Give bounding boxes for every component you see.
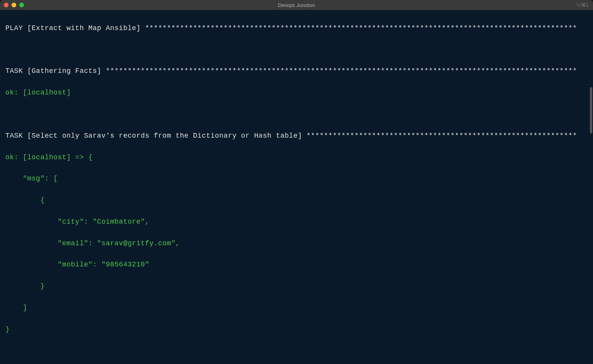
task-sarav-line: } — [5, 281, 588, 292]
task-gathering-header: TASK [Gathering Facts] *****************… — [5, 66, 588, 77]
titlebar[interactable]: Devops Junction ⌥⌘1 — [0, 0, 593, 10]
task-sarav-line: "mobile": "985643210" — [5, 260, 588, 270]
task-gathering-status: ok: [localhost] — [5, 88, 588, 98]
scrollbar[interactable] — [590, 87, 592, 133]
task-sarav-line: "email": "sarav@gritfy.com", — [5, 238, 588, 249]
minimize-button[interactable] — [12, 3, 16, 7]
close-button[interactable] — [4, 3, 8, 7]
task-sarav-line: ok: [localhost] => { — [5, 152, 588, 163]
task-sarav-line: "city": "Coimbatore", — [5, 217, 588, 228]
play-header: PLAY [Extract with Map Ansible] ********… — [5, 23, 588, 34]
maximize-button[interactable] — [19, 3, 24, 7]
task-sarav-line: "msg": [ — [5, 174, 588, 184]
terminal-window: Devops Junction ⌥⌘1 PLAY [Extract with M… — [0, 0, 593, 364]
task-sarav-header: TASK [Select only Sarav's records from t… — [5, 131, 588, 142]
terminal-content[interactable]: PLAY [Extract with Map Ansible] ********… — [0, 10, 593, 364]
traffic-lights — [4, 3, 24, 7]
task-sarav-line: } — [5, 324, 588, 335]
window-shortcut: ⌥⌘1 — [576, 2, 588, 8]
task-sarav-line: ] — [5, 303, 588, 313]
task-sarav-line: { — [5, 195, 588, 206]
window-title: Devops Junction — [278, 2, 315, 8]
